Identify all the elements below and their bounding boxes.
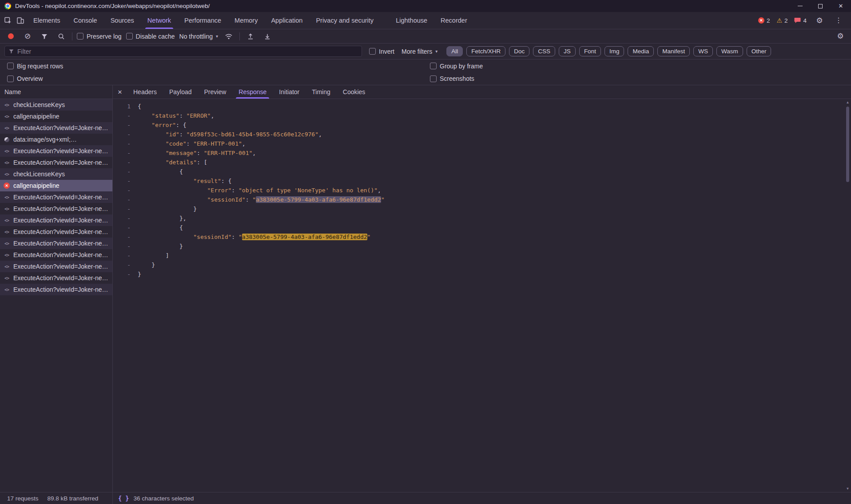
detail-tab-headers[interactable]: Headers: [127, 85, 163, 99]
detail-tab-initiator[interactable]: Initiator: [273, 85, 306, 99]
request-row-executeaction-viewid-joker-ne[interactable]: <>ExecuteAction?viewId=Joker-ne…: [0, 145, 112, 157]
tab-application[interactable]: Application: [264, 12, 309, 29]
request-row-executeaction-viewid-joker-ne[interactable]: <>ExecuteAction?viewId=Joker-ne…: [0, 261, 112, 272]
tab-elements[interactable]: Elements: [27, 12, 67, 29]
request-row-data-image-svg-xml[interactable]: data:image/svg+xml;…: [0, 134, 112, 145]
screenshots-checkbox[interactable]: Screenshots: [430, 75, 474, 82]
request-code-icon: <>: [4, 276, 10, 281]
minimize-button[interactable]: [790, 0, 810, 12]
chip-all[interactable]: All: [446, 46, 463, 56]
window-title: DevTools - neopilot.contineonx.com/Joker…: [15, 3, 210, 9]
chip-wasm[interactable]: Wasm: [716, 46, 743, 56]
detail-tab-timing[interactable]: Timing: [306, 85, 337, 99]
detail-tab-response[interactable]: Response: [232, 85, 273, 99]
export-har-button[interactable]: [261, 33, 274, 40]
request-row-executeaction-viewid-joker-ne[interactable]: <>ExecuteAction?viewId=Joker-ne…: [0, 203, 112, 214]
console-warnings-badge[interactable]: ⚠ 2: [776, 17, 787, 24]
request-row-checklicensekeys[interactable]: <>checkLicenseKeys: [0, 168, 112, 180]
chip-ws[interactable]: WS: [693, 46, 713, 56]
response-body-view[interactable]: 1{- "status": "ERROR",- "error": {- "id"…: [113, 99, 851, 492]
group-by-frame-checkbox[interactable]: Group by frame: [430, 63, 483, 70]
tab-privacy-and-security[interactable]: Privacy and security: [309, 12, 380, 29]
preserve-log-checkbox[interactable]: Preserve log: [77, 33, 122, 40]
code-line: - "Error": "object of type 'NoneType' ha…: [113, 186, 851, 195]
inspect-cursor-icon: [4, 16, 12, 24]
scroll-down-icon[interactable]: ▼: [844, 487, 851, 491]
tab-console[interactable]: Console: [67, 12, 103, 29]
disable-cache-checkbox[interactable]: Disable cache: [126, 33, 175, 40]
request-row-executeaction-viewid-joker-ne[interactable]: <>ExecuteAction?viewId=Joker-ne…: [0, 226, 112, 238]
request-row-executeaction-viewid-joker-ne[interactable]: <>ExecuteAction?viewId=Joker-ne…: [0, 157, 112, 168]
maximize-button[interactable]: [810, 0, 831, 12]
network-conditions-button[interactable]: [223, 33, 235, 40]
request-row-executeaction-viewid-joker-ne[interactable]: <>ExecuteAction?viewId=Joker-ne…: [0, 238, 112, 249]
clear-icon: ⊘: [24, 32, 31, 40]
request-row-checklicensekeys[interactable]: <>checkLicenseKeys: [0, 99, 112, 111]
invert-checkbox[interactable]: Invert: [369, 48, 394, 55]
chip-doc[interactable]: Doc: [509, 46, 529, 56]
detail-tab-preview[interactable]: Preview: [198, 85, 233, 99]
line-gutter: -: [113, 176, 138, 186]
scroll-up-icon[interactable]: ▲: [844, 100, 851, 104]
chip-other[interactable]: Other: [747, 46, 771, 56]
tab-memory[interactable]: Memory: [228, 12, 264, 29]
code-line: - }: [113, 260, 851, 270]
throttling-select[interactable]: No throttling ▾: [179, 33, 219, 40]
issues-badge[interactable]: 4: [794, 17, 807, 24]
preserve-log-label: Preserve log: [87, 33, 122, 40]
response-scrollbar[interactable]: ▲ ▼: [844, 99, 851, 492]
tab-recorder[interactable]: Recorder: [434, 12, 474, 29]
request-row-executeaction-viewid-joker-ne[interactable]: <>ExecuteAction?viewId=Joker-ne…: [0, 191, 112, 203]
network-settings-button[interactable]: ⚙: [834, 32, 847, 40]
request-row-executeaction-viewid-joker-ne[interactable]: <>ExecuteAction?viewId=Joker-ne…: [0, 284, 112, 295]
chip-fetch-xhr[interactable]: Fetch/XHR: [466, 46, 505, 56]
request-row-executeaction-viewid-joker-ne[interactable]: <>ExecuteAction?viewId=Joker-ne…: [0, 122, 112, 134]
big-request-rows-checkbox[interactable]: Big request rows: [7, 63, 63, 70]
network-search-button[interactable]: [55, 33, 68, 40]
import-har-button[interactable]: [244, 33, 257, 40]
filter-toggle-button[interactable]: [38, 33, 51, 40]
chip-media[interactable]: Media: [628, 46, 654, 56]
overview-checkbox[interactable]: Overview: [7, 75, 43, 82]
request-row-callgenaipipeline[interactable]: ✕callgenaipipeline: [0, 180, 112, 191]
chip-font[interactable]: Font: [579, 46, 601, 56]
chip-css[interactable]: CSS: [533, 46, 555, 56]
clear-network-log-button[interactable]: ⊘: [21, 32, 34, 40]
code-text: ]: [138, 251, 169, 260]
close-window-button[interactable]: ✕: [831, 0, 851, 12]
request-name: checkLicenseKeys: [13, 171, 65, 178]
console-errors-badge[interactable]: ✕ 2: [758, 17, 770, 24]
detail-tab-cookies[interactable]: Cookies: [337, 85, 372, 99]
tab-network[interactable]: Network: [141, 12, 178, 29]
code-line: - "message": "ERR-HTTP-001",: [113, 148, 851, 158]
error-icon: ✕: [758, 17, 764, 24]
record-network-log-button[interactable]: [4, 33, 17, 39]
name-column-header[interactable]: Name: [0, 85, 112, 99]
close-detail-button[interactable]: ✕: [113, 85, 127, 99]
chip-js[interactable]: JS: [559, 46, 576, 56]
settings-button[interactable]: ⚙: [813, 17, 826, 24]
scrollbar-thumb[interactable]: [846, 107, 849, 182]
tab-lighthouse[interactable]: Lighthouse: [389, 12, 434, 29]
tab-performance[interactable]: Performance: [178, 12, 228, 29]
request-name: ExecuteAction?viewId=Joker-ne…: [13, 263, 108, 270]
upload-icon: [247, 33, 254, 40]
more-filters-dropdown[interactable]: More filters ▾: [402, 48, 437, 55]
search-icon: [58, 33, 65, 40]
request-row-executeaction-viewid-joker-ne[interactable]: <>ExecuteAction?viewId=Joker-ne…: [0, 272, 112, 284]
record-icon: [8, 33, 14, 39]
line-gutter: -: [113, 148, 138, 158]
inspect-element-button[interactable]: [2, 12, 14, 29]
device-toolbar-button[interactable]: [14, 12, 27, 29]
minimize-icon: [798, 6, 803, 6]
chip-img[interactable]: Img: [604, 46, 624, 56]
request-row-executeaction-viewid-joker-ne[interactable]: <>ExecuteAction?viewId=Joker-ne…: [0, 249, 112, 261]
request-row-callgenaipipeline[interactable]: <>callgenaipipeline: [0, 111, 112, 122]
chip-manifest[interactable]: Manifest: [657, 46, 690, 56]
tab-sources[interactable]: Sources: [104, 12, 141, 29]
request-row-executeaction-viewid-joker-ne[interactable]: <>ExecuteAction?viewId=Joker-ne…: [0, 214, 112, 226]
pretty-print-button[interactable]: { }: [118, 495, 129, 502]
detail-tab-payload[interactable]: Payload: [163, 85, 198, 99]
filter-input[interactable]: [17, 48, 358, 55]
more-options-button[interactable]: ⋮: [832, 17, 845, 24]
